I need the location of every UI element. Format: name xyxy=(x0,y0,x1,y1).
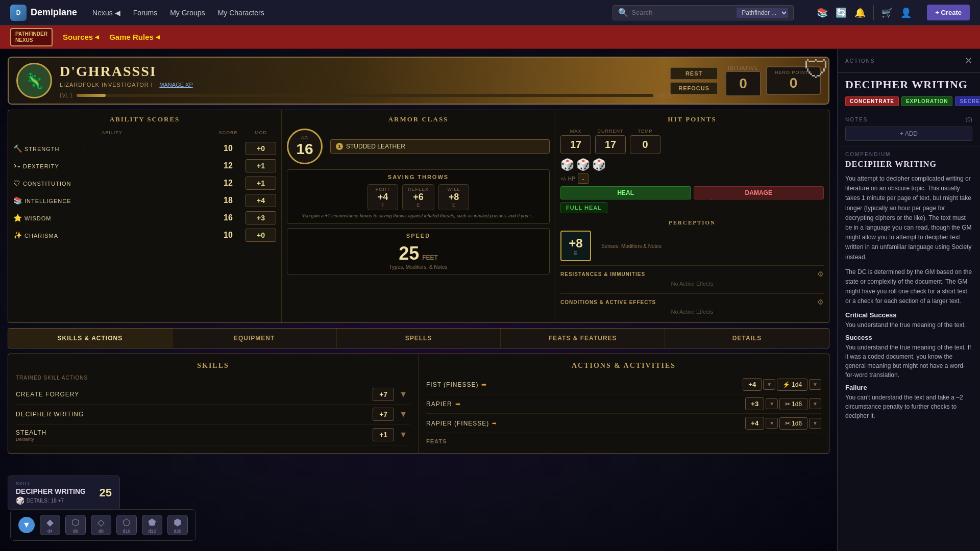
rapier-label: RAPIER ➡ xyxy=(426,400,741,408)
ac-circle[interactable]: AC 16 xyxy=(287,129,323,164)
dice-d8[interactable]: ◇ d8 xyxy=(91,515,111,535)
saving-throws-note: You gain a +1 circumstance bonus to savi… xyxy=(291,213,545,219)
rapier-bonus-btn[interactable]: +3 xyxy=(745,397,764,410)
hp-current-box: CURRENT 17 xyxy=(595,129,626,154)
fist-bonus-btn[interactable]: +4 xyxy=(743,378,762,391)
rapier-finesse-dice-btn[interactable]: ✂ 1d6 xyxy=(779,417,807,430)
ability-row-wisdom[interactable]: ⭐WISDOM 16 +3 xyxy=(13,209,276,227)
rapier-dice-dropdown[interactable]: ▼ xyxy=(809,398,821,409)
hp-adj-label: +/- HP xyxy=(560,176,575,182)
fist-dice-dropdown[interactable]: ▼ xyxy=(809,379,821,390)
search-filter-select[interactable]: Pathfinder ... xyxy=(737,8,788,18)
tab-skills-actions[interactable]: Skills & Actions xyxy=(8,329,173,348)
critical-success-label: Critical Success xyxy=(845,311,972,319)
tab-spells[interactable]: Spells xyxy=(337,329,501,348)
speed-value: 25 xyxy=(399,243,419,264)
dice-d4[interactable]: ◆ d4 xyxy=(40,515,60,535)
initiative-value[interactable]: 0 xyxy=(725,71,761,96)
nav-nexus[interactable]: Nexus ◀ xyxy=(92,9,120,17)
stealth-expand-icon[interactable]: ▼ xyxy=(396,428,410,441)
strength-label: 🔨STRENGTH xyxy=(13,144,211,153)
initiative-box: INITIATIVE 0 xyxy=(725,65,761,96)
perception-value-box[interactable]: +8 E xyxy=(560,231,591,261)
rapier-finesse-dice-dropdown[interactable]: ▼ xyxy=(809,418,821,429)
d6-icon: ⬡ xyxy=(71,517,80,528)
ability-row-strength[interactable]: 🔨STRENGTH 10 +0 xyxy=(13,140,276,157)
rapier-finesse-bonus-btn[interactable]: +4 xyxy=(745,417,764,430)
dice-d6[interactable]: ⬡ d6 xyxy=(65,515,86,535)
ability-row-intelligence[interactable]: 📚INTELLIGENCE 18 +4 xyxy=(13,192,276,209)
sidebar-close-button[interactable]: ✕ xyxy=(965,55,972,66)
heal-button[interactable]: HEAL xyxy=(560,186,691,199)
skill-details-label: DETAILS: xyxy=(27,498,49,504)
armor-prof-icon: 1 xyxy=(336,143,343,150)
pf-logo-box: PATHFINDER NEXUS xyxy=(10,28,53,46)
dice-d12[interactable]: ⬟ d12 xyxy=(142,515,162,535)
dice-d10[interactable]: ⬠ d10 xyxy=(116,515,137,535)
refresh-icon[interactable]: 🔄 xyxy=(836,7,847,18)
hp-current-value[interactable]: 17 xyxy=(595,135,626,154)
resistances-gear-icon[interactable]: ⚙ xyxy=(817,270,824,278)
compendium-dc-text: The DC is determined by the GM based on … xyxy=(845,267,972,307)
sidebar-title: DECIPHER WRITING xyxy=(838,73,980,94)
second-navigation: PATHFINDER NEXUS Sources ◀ Game Rules ◀ xyxy=(0,26,980,49)
tab-equipment[interactable]: Equipment xyxy=(173,329,337,348)
rapier-bonus-dropdown[interactable]: ▼ xyxy=(766,398,778,409)
damage-button[interactable]: DAMAGE xyxy=(694,186,824,199)
full-heal-button[interactable]: FULL HEAL xyxy=(560,202,607,213)
create-forgery-expand-icon[interactable]: ▼ xyxy=(396,388,410,401)
ability-row-charisma[interactable]: ✨CHARISMA 10 +0 xyxy=(13,227,276,244)
cart-icon[interactable]: 🛒 xyxy=(881,7,893,18)
dice-tray-toggle[interactable]: ▼ xyxy=(18,517,35,533)
game-rules-link[interactable]: Game Rules ◀ xyxy=(109,33,160,41)
decipher-writing-controls: +7 ▼ xyxy=(373,408,410,421)
tab-feats-features[interactable]: Feats & Features xyxy=(501,329,665,348)
char-class-race: LIZARDFOLK INVESTIGATOR I MANAGE XP xyxy=(60,80,670,89)
manage-xp-link[interactable]: MANAGE XP xyxy=(159,82,192,88)
hp-minus-button[interactable]: - xyxy=(578,173,589,184)
rapier-finesse-bonus-dropdown[interactable]: ▼ xyxy=(766,418,778,429)
decipher-writing-expand-icon[interactable]: ▼ xyxy=(396,408,410,421)
ability-row-constitution[interactable]: 🛡CONSTITUTION 12 +1 xyxy=(13,174,276,192)
nav-my-groups[interactable]: My Groups xyxy=(170,9,205,17)
bell-icon[interactable]: 🔔 xyxy=(854,7,866,18)
actions-title: Actions & Activities xyxy=(426,362,821,370)
fist-bonus-dropdown[interactable]: ▼ xyxy=(763,379,775,390)
conditions-gear-icon[interactable]: ⚙ xyxy=(817,298,824,306)
stealth-bonus[interactable]: +1 xyxy=(373,428,394,441)
nav-forums[interactable]: Forums xyxy=(133,9,157,17)
rest-button[interactable]: REST xyxy=(670,67,718,80)
avatar-icon[interactable]: 👤 xyxy=(900,7,912,18)
refocus-button[interactable]: REFOCUS xyxy=(670,82,718,94)
armor-name[interactable]: 1 STUDDED LEATHER xyxy=(330,139,550,154)
rapier-finesse-label: RAPIER (FINESSE) ➡ xyxy=(426,420,741,427)
library-icon[interactable]: 📚 xyxy=(817,7,828,18)
rapier-action-icon: ➡ xyxy=(455,400,461,408)
site-logo[interactable]: D Demiplane xyxy=(10,5,77,21)
armor-class-title: Armor Class xyxy=(287,115,550,123)
create-forgery-bonus[interactable]: +7 xyxy=(373,388,394,401)
fort-save[interactable]: FORT +4 T xyxy=(368,184,398,210)
add-note-button[interactable]: + ADD xyxy=(845,127,972,141)
sources-link[interactable]: Sources ◀ xyxy=(63,33,99,41)
nav-my-characters[interactable]: My Characters xyxy=(218,9,264,17)
fist-dice-btn[interactable]: ⚡ 1d4 xyxy=(777,379,807,391)
ability-row-dexterity[interactable]: 🗝DEXTERITY 12 +1 xyxy=(13,157,276,174)
rapier-dice-btn[interactable]: ✂ 1d6 xyxy=(779,398,807,410)
main-area: 🦎 D'GHRASSSI LIZARDFOLK INVESTIGATOR I M… xyxy=(0,49,980,551)
nexus-arrow-icon: ◀ xyxy=(115,9,120,17)
hp-temp-value[interactable]: 0 xyxy=(630,135,660,154)
dice-d20[interactable]: ⬢ d20 xyxy=(167,515,188,535)
reflex-value: +6 xyxy=(408,192,429,203)
create-button[interactable]: + Create xyxy=(927,5,970,20)
hp-temp-label: TEMP xyxy=(630,129,660,134)
failure-label: Failure xyxy=(845,384,972,391)
tab-details[interactable]: Details xyxy=(665,329,829,348)
speed-value-box[interactable]: 25 FEET xyxy=(291,243,545,264)
search-input[interactable] xyxy=(631,9,733,16)
decipher-writing-bonus[interactable]: +7 xyxy=(373,408,394,421)
will-save[interactable]: WILL +8 E xyxy=(438,184,469,210)
reflex-save[interactable]: REFLEX +6 E xyxy=(402,184,434,210)
perception-prof: E xyxy=(574,251,578,256)
level-bar-container: LVL 1 LVL 2 xyxy=(60,93,670,98)
